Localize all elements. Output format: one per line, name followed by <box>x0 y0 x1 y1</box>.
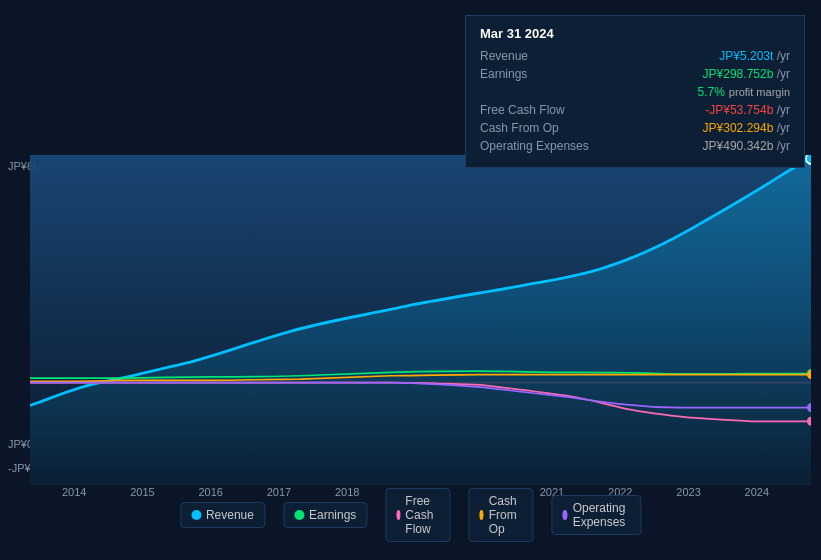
legend-earnings-label: Earnings <box>309 508 356 522</box>
tooltip-date: Mar 31 2024 <box>480 26 790 41</box>
tooltip-opex-value: JP¥490.342b /yr <box>703 139 790 153</box>
tooltip-fcf-value: -JP¥53.754b /yr <box>705 103 790 117</box>
tooltip-revenue-value: JP¥5.203t /yr <box>719 49 790 63</box>
legend-opex[interactable]: Operating Expenses <box>551 495 641 535</box>
legend-cfo-dot <box>479 510 483 520</box>
chart-area <box>30 155 811 485</box>
legend-cfo[interactable]: Cash From Op <box>468 488 533 542</box>
chart-svg <box>30 155 811 485</box>
x-label-2014: 2014 <box>62 486 86 498</box>
legend-opex-dot <box>562 510 567 520</box>
tooltip-earnings-value: JP¥298.752b /yr <box>703 67 790 81</box>
tooltip-cfo-label: Cash From Op <box>480 121 559 135</box>
data-tooltip: Mar 31 2024 Revenue JP¥5.203t /yr Earnin… <box>465 15 805 168</box>
legend-earnings[interactable]: Earnings <box>283 502 367 528</box>
tooltip-margin-label: profit margin <box>729 86 790 98</box>
tooltip-cfo-value: JP¥302.294b /yr <box>703 121 790 135</box>
legend-revenue[interactable]: Revenue <box>180 502 265 528</box>
tooltip-earnings-label: Earnings <box>480 67 527 81</box>
tooltip-revenue-label: Revenue <box>480 49 528 63</box>
tooltip-cfo-row: Cash From Op JP¥302.294b /yr <box>480 121 790 135</box>
legend-cfo-label: Cash From Op <box>489 494 523 536</box>
tooltip-revenue-row: Revenue JP¥5.203t /yr <box>480 49 790 63</box>
tooltip-opex-row: Operating Expenses JP¥490.342b /yr <box>480 139 790 153</box>
legend-fcf[interactable]: Free Cash Flow <box>385 488 450 542</box>
tooltip-fcf-row: Free Cash Flow -JP¥53.754b /yr <box>480 103 790 117</box>
x-label-2023: 2023 <box>676 486 700 498</box>
tooltip-earnings-row: Earnings JP¥298.752b /yr <box>480 67 790 81</box>
tooltip-fcf-label: Free Cash Flow <box>480 103 565 117</box>
chart-legend: Revenue Earnings Free Cash Flow Cash Fro… <box>180 488 641 542</box>
x-label-2015: 2015 <box>130 486 154 498</box>
legend-fcf-label: Free Cash Flow <box>405 494 439 536</box>
legend-opex-label: Operating Expenses <box>573 501 630 529</box>
legend-fcf-dot <box>396 510 400 520</box>
tooltip-margin-row: 5.7% profit margin <box>480 85 790 99</box>
tooltip-margin-value: 5.7% <box>698 85 725 99</box>
chart-container: Mar 31 2024 Revenue JP¥5.203t /yr Earnin… <box>0 0 821 560</box>
tooltip-opex-label: Operating Expenses <box>480 139 589 153</box>
legend-revenue-label: Revenue <box>206 508 254 522</box>
x-label-2024: 2024 <box>745 486 769 498</box>
legend-earnings-dot <box>294 510 304 520</box>
svg-point-6 <box>806 155 811 164</box>
legend-revenue-dot <box>191 510 201 520</box>
